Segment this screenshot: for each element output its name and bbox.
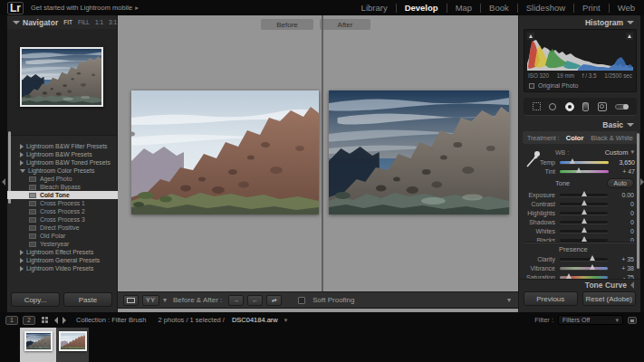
vibrance-slider-track[interactable] [560,267,608,270]
collection-breadcrumb[interactable]: Collection : Filter Brush [76,316,147,324]
preset-group[interactable]: Lightroom Video Presets [7,264,118,272]
loupe-view-button[interactable] [123,295,139,306]
preset-item[interactable]: Cross Process 2 [7,207,118,215]
highlights-slider-track[interactable] [560,212,608,214]
toolbar-options-caret-icon[interactable]: ▾ [507,296,511,304]
thumbnail[interactable] [56,328,89,362]
module-library[interactable]: Library [353,4,397,13]
red-eye-icon [565,102,574,111]
filter-dropdown[interactable]: Filters Off ▾ [558,315,623,325]
histogram-header[interactable]: Histogram [519,15,640,29]
slider-knob[interactable] [582,191,587,196]
left-panel-collapse-strip[interactable] [0,15,7,312]
right-panel-scrollbar[interactable] [637,133,639,269]
slider-knob[interactable] [570,158,575,164]
slider-knob[interactable] [576,167,582,173]
preset-group[interactable]: Lightroom General Presets [7,256,118,264]
module-map[interactable]: Map [447,4,481,13]
tint-slider-track[interactable] [560,170,609,173]
preset-group-expanded[interactable]: Lightroom Color Presets [7,167,118,175]
histogram[interactable]: ISO 320 19 mm f / 3.5 1/2500 sec Origina… [524,29,637,92]
slider-knob[interactable] [590,264,595,270]
shadows-slider-track[interactable] [560,221,608,224]
previous-button[interactable]: Previous [524,291,578,306]
whites-slider-track[interactable] [560,230,608,233]
module-print[interactable]: Print [574,4,610,13]
after-photo[interactable] [329,90,509,214]
previous-photo-arrow-icon[interactable] [54,317,58,324]
preset-item[interactable]: Old Polar [7,232,118,240]
preset-group[interactable]: Lightroom B&W Toned Presets [7,158,118,167]
filename-caret-icon[interactable]: ▾ [284,317,288,324]
tone-curve-panel-header[interactable]: Tone Curve [519,279,640,290]
preset-item[interactable]: Bleach Bypass [7,183,118,191]
main-window-button[interactable]: 1 [5,316,18,325]
clarity-slider-track[interactable] [560,258,608,261]
zoom-fill[interactable]: FILL [78,19,90,25]
copy-before-to-after-button[interactable]: → [228,295,244,306]
before-photo[interactable] [131,90,319,214]
group-collapsed-icon [20,152,24,157]
before-after-view-button[interactable]: YY [142,295,159,306]
lightroom-mobile-promo[interactable]: Get started with Lightroom mobile▸ [31,4,139,12]
filter-caret-icon: ▾ [615,317,619,324]
slider-knob[interactable] [582,236,587,242]
paste-button[interactable]: Paste [63,292,112,307]
spot-removal-tool[interactable] [549,103,556,110]
preset-group[interactable]: Lightroom Effect Presets [7,248,118,256]
crop-tool[interactable] [533,102,541,110]
preset-item[interactable]: Yesteryear [7,240,118,248]
treatment-color-option[interactable]: Color [566,134,584,142]
filter-toggle-icon[interactable] [628,317,637,324]
view-mode-caret-icon[interactable]: ▾ [163,296,167,304]
radial-filter-tool[interactable] [598,102,607,111]
highlight-clipping-indicator[interactable] [626,33,633,40]
preset-item[interactable]: Cross Process 3 [7,215,118,224]
exposure-slider-track[interactable] [560,194,608,196]
adjustment-brush-tool[interactable] [615,104,628,110]
slider-knob[interactable] [582,227,587,233]
graduated-filter-tool[interactable] [582,102,589,111]
grid-view-icon[interactable] [42,317,48,323]
reset-button[interactable]: Reset (Adobe) [582,291,637,306]
slider-knob[interactable] [582,209,587,214]
zoom-ratio[interactable]: 3:1 [109,19,117,25]
next-photo-arrow-icon[interactable] [62,317,66,324]
wb-caret-icon: ▾ [630,148,634,156]
auto-tone-button[interactable]: Auto [607,178,634,188]
navigator-preview[interactable] [20,47,103,107]
slider-tint: Tint + 47 [519,167,641,176]
thumbnail-selected[interactable] [20,328,56,362]
slider-knob[interactable] [582,218,587,224]
red-eye-tool[interactable] [565,102,574,111]
preset-group[interactable]: Lightroom B&W Presets [7,150,118,158]
swap-before-after-button[interactable]: ⇄ [266,295,282,306]
preset-item[interactable]: Aged Photo [7,175,118,183]
selected-filename[interactable]: DSC04184.arw [232,316,278,324]
zoom-fit[interactable]: FIT [63,19,72,25]
wb-preset-dropdown[interactable]: Custom [605,148,629,157]
basic-panel-header[interactable]: Basic [519,118,640,131]
soft-proofing-checkbox[interactable] [298,297,305,304]
treatment-bw-option[interactable]: Black & White [591,134,633,142]
temp-slider-track[interactable] [560,161,609,164]
preset-item[interactable]: Direct Positive [7,224,118,232]
navigator-header[interactable]: Navigator FIT FILL 1:1 3:1 [7,15,117,29]
original-photo-checkbox[interactable] [529,83,534,89]
slider-knob[interactable] [582,200,587,205]
module-web[interactable]: Web [610,4,635,13]
shadow-clipping-indicator[interactable] [527,33,534,40]
module-develop[interactable]: Develop [397,4,447,13]
zoom-1-1[interactable]: 1:1 [95,19,103,25]
module-book[interactable]: Book [481,4,518,13]
preset-item-selected[interactable]: Cold Tone [7,191,118,199]
module-slideshow[interactable]: Slideshow [518,4,574,13]
copy-after-to-before-button[interactable]: ← [247,295,263,306]
preset-item[interactable]: Cross Process 1 [7,199,118,207]
preset-group[interactable]: Lightroom B&W Filter Presets [7,142,118,150]
slider-knob[interactable] [566,273,572,279]
slider-knob[interactable] [590,255,595,261]
contrast-slider-track[interactable] [560,203,608,205]
copy-button[interactable]: Copy... [11,292,60,307]
second-window-button[interactable]: 2 [23,316,35,325]
